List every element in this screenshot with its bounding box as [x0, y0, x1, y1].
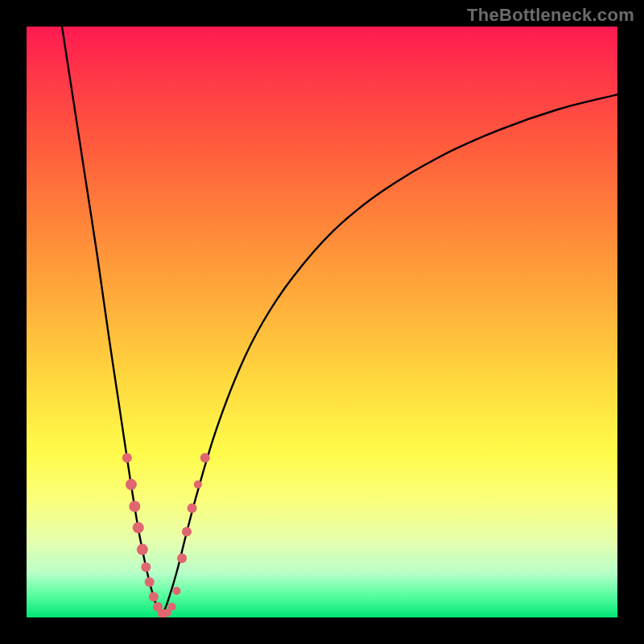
data-marker: [168, 603, 176, 611]
data-marker: [137, 544, 148, 555]
curve-layer: [62, 27, 617, 615]
data-marker: [129, 501, 140, 512]
chart-svg: [27, 27, 617, 617]
data-marker: [188, 503, 197, 513]
watermark-text: TheBottleneck.com: [467, 5, 634, 26]
marker-layer: [122, 453, 210, 617]
data-marker: [141, 563, 151, 572]
data-marker: [200, 453, 210, 463]
plot-area: [27, 27, 617, 617]
data-marker: [182, 527, 192, 537]
data-marker: [194, 481, 202, 489]
data-marker: [126, 479, 137, 490]
data-marker: [122, 453, 132, 463]
data-marker: [149, 592, 159, 601]
data-marker: [177, 554, 187, 564]
data-marker: [133, 522, 144, 533]
data-marker: [145, 577, 155, 587]
data-marker: [172, 587, 180, 595]
chart-frame: TheBottleneck.com: [0, 0, 644, 644]
bottleneck-curve: [62, 27, 617, 615]
